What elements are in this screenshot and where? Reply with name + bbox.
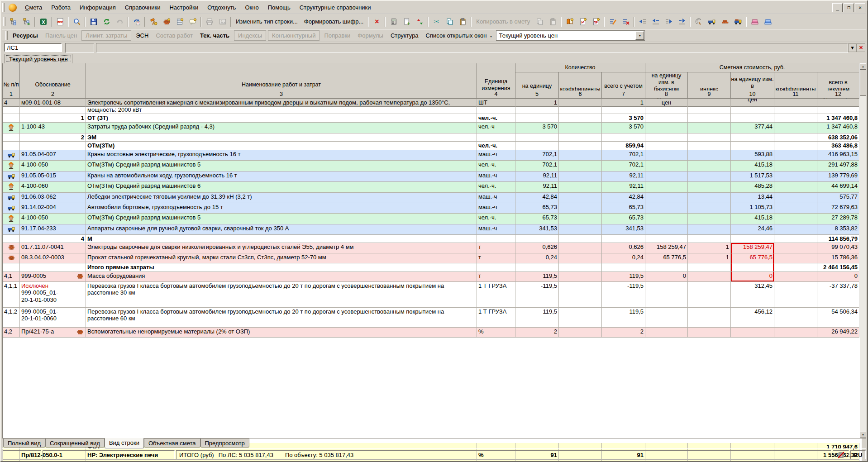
cell-name[interactable]: Затраты труда рабочих (Средний разряд - … bbox=[86, 123, 477, 133]
cell-index[interactable] bbox=[688, 133, 731, 142]
table-row[interactable]: 4,1,1Исключен 999-0005_01- 20-1-01-0030П… bbox=[3, 282, 862, 308]
outline-insert-icon[interactable] bbox=[20, 16, 33, 27]
cell-current-total[interactable]: 638 352,06 bbox=[817, 133, 859, 142]
cell-qty-total[interactable]: 42,84 bbox=[602, 193, 645, 203]
cell-index[interactable]: 1 bbox=[688, 253, 731, 264]
cell-qty-per-unit[interactable] bbox=[515, 142, 559, 150]
doc-close-button[interactable]: ✕ bbox=[857, 43, 865, 52]
cell-unit[interactable]: чел.-ч. bbox=[477, 182, 515, 193]
table-row[interactable]: 4-100-050ОТм(ЗТм) Средний разряд машинис… bbox=[3, 161, 862, 171]
indent-left-icon[interactable] bbox=[649, 16, 662, 27]
table-row[interactable]: 4М114 856,79 bbox=[3, 235, 862, 243]
cell-current-price[interactable] bbox=[731, 133, 774, 142]
cell-current-total[interactable]: 139 779,69 bbox=[817, 171, 859, 182]
cell-cost-coeff[interactable] bbox=[774, 161, 817, 171]
cell-index[interactable] bbox=[688, 203, 731, 214]
save-icon[interactable] bbox=[87, 16, 100, 27]
add-equipment-icon[interactable] bbox=[173, 16, 186, 27]
cell-current-price[interactable]: 0 bbox=[731, 272, 774, 282]
cell-qty-total[interactable]: 65,73 bbox=[602, 203, 645, 214]
delete-list-icon[interactable] bbox=[619, 16, 632, 27]
cell-base-price[interactable] bbox=[645, 99, 688, 114]
cell-index[interactable] bbox=[688, 282, 731, 308]
copy-to-estimate-button[interactable]: Копировать в смету bbox=[473, 16, 533, 27]
cell-num[interactable] bbox=[3, 123, 20, 133]
table-row[interactable]: 91.06.03-062Лебедки электрические тяговы… bbox=[3, 193, 862, 203]
cell-qty-per-unit[interactable]: -119,5 bbox=[515, 282, 559, 308]
cell-qty-total[interactable]: 702,1 bbox=[602, 161, 645, 171]
cell-current-price[interactable]: 415,18 bbox=[731, 214, 774, 224]
edit-list-icon[interactable] bbox=[606, 16, 619, 27]
add-material-icon[interactable] bbox=[160, 16, 173, 27]
cell-qty-per-unit[interactable]: 3 570 bbox=[515, 123, 559, 133]
panel-button-8[interactable]: Конъюнктурный bbox=[268, 30, 320, 41]
export-excel-icon[interactable]: X bbox=[37, 16, 50, 27]
cell-current-price[interactable] bbox=[731, 114, 774, 123]
cell-qty-coeff[interactable] bbox=[559, 182, 602, 193]
materials-filter-icon[interactable] bbox=[718, 16, 731, 27]
cell-unit[interactable]: маш.-ч bbox=[477, 150, 515, 161]
paste-icon[interactable] bbox=[456, 16, 469, 27]
footer-tab-4[interactable]: Объектная смета bbox=[144, 438, 200, 448]
cell-basis[interactable]: Пр/421-75-а bbox=[20, 328, 86, 338]
cell-qty-per-unit[interactable] bbox=[515, 235, 559, 243]
cell-qty-total[interactable]: 859,94 bbox=[602, 142, 645, 150]
cell-qty-per-unit[interactable]: 341,53 bbox=[515, 224, 559, 235]
panel-button-12[interactable]: Список открытых окон bbox=[422, 31, 496, 40]
table-row[interactable]: 1-100-43Затраты труда рабочих (Средний р… bbox=[3, 123, 862, 133]
outline-levels-icon[interactable] bbox=[7, 16, 20, 27]
cell-index[interactable] bbox=[688, 193, 731, 203]
cell-basis[interactable]: м09-01-001-08 bbox=[20, 99, 86, 114]
preview-icon[interactable] bbox=[216, 16, 229, 27]
cell-base-price[interactable] bbox=[645, 214, 688, 224]
cell-num[interactable] bbox=[3, 114, 20, 123]
lang-indicator[interactable]: RU bbox=[850, 450, 866, 459]
chevron-down-icon[interactable]: ▼ bbox=[635, 31, 644, 40]
cell-base-price[interactable] bbox=[645, 133, 688, 142]
cell-index[interactable] bbox=[688, 114, 731, 123]
panel-button-9[interactable]: Поправки bbox=[320, 31, 354, 40]
cell-current-price[interactable]: 485,28 bbox=[731, 182, 774, 193]
cell-qty-per-unit[interactable] bbox=[515, 133, 559, 142]
cell-base-price[interactable] bbox=[645, 224, 688, 235]
copy-icon[interactable] bbox=[443, 16, 456, 27]
cell-base-price[interactable] bbox=[645, 123, 688, 133]
cell-unit[interactable]: чел.-ч. bbox=[477, 142, 515, 150]
cell-qty-per-unit[interactable]: 702,1 bbox=[515, 150, 559, 161]
cell-qty-per-unit[interactable]: 92,11 bbox=[515, 171, 559, 182]
cell-current-total[interactable]: 416 963,15 bbox=[817, 150, 859, 161]
scroll-thumb[interactable] bbox=[860, 70, 866, 96]
cell-qty-coeff[interactable] bbox=[559, 203, 602, 214]
cell-current-total[interactable]: 575,77 bbox=[817, 193, 859, 203]
cell-name[interactable]: ОТм(ЗТм) Средний разряд машинистов 5 bbox=[86, 214, 477, 224]
cell-index[interactable] bbox=[688, 308, 731, 328]
cell-current-price[interactable]: 377,44 bbox=[731, 123, 774, 133]
cell-qty-coeff[interactable] bbox=[559, 123, 602, 133]
outdent-last-icon[interactable] bbox=[675, 16, 688, 27]
cell-index[interactable] bbox=[688, 142, 731, 150]
cell-num[interactable] bbox=[3, 263, 20, 272]
cell-index[interactable] bbox=[688, 272, 731, 282]
cell-basis[interactable]: 91.06.03-062 bbox=[20, 193, 86, 203]
cell-name[interactable]: ОТм(ЗТм) Средний разряд машинистов 6 bbox=[86, 182, 477, 193]
table-row[interactable]: ОТм(ЗТм)чел.-ч.859,94363 486,8 bbox=[3, 142, 862, 150]
cell-current-total[interactable]: 363 486,8 bbox=[817, 142, 859, 150]
cell-unit[interactable]: маш.-ч bbox=[477, 171, 515, 182]
cell-qty-per-unit[interactable]: 2 bbox=[515, 328, 559, 338]
cell-qty-total[interactable]: 119,5 bbox=[602, 308, 645, 328]
panel-button-1[interactable]: Ресурсы bbox=[9, 31, 42, 40]
cell-qty-per-unit[interactable]: 119,5 bbox=[515, 308, 559, 328]
cell-num[interactable] bbox=[3, 133, 20, 142]
cell-basis[interactable]: 91.05.04-007 bbox=[20, 150, 86, 161]
cell-current-total[interactable]: 54 506,34 bbox=[817, 308, 859, 328]
cell-num[interactable] bbox=[3, 171, 20, 182]
cell-qty-per-unit[interactable]: 119,5 bbox=[515, 272, 559, 282]
close-button[interactable]: ✕ bbox=[855, 3, 865, 12]
undo-icon[interactable] bbox=[113, 16, 126, 27]
cell-qty-total[interactable]: 1 bbox=[602, 99, 645, 114]
cell-cost-coeff[interactable] bbox=[774, 203, 817, 214]
table-row[interactable]: 4-100-060ОТм(ЗТм) Средний разряд машинис… bbox=[3, 182, 862, 193]
panel-button-10[interactable]: Формулы bbox=[354, 31, 387, 40]
cell-base-price[interactable] bbox=[645, 150, 688, 161]
cell-qty-total[interactable]: 2 bbox=[602, 328, 645, 338]
